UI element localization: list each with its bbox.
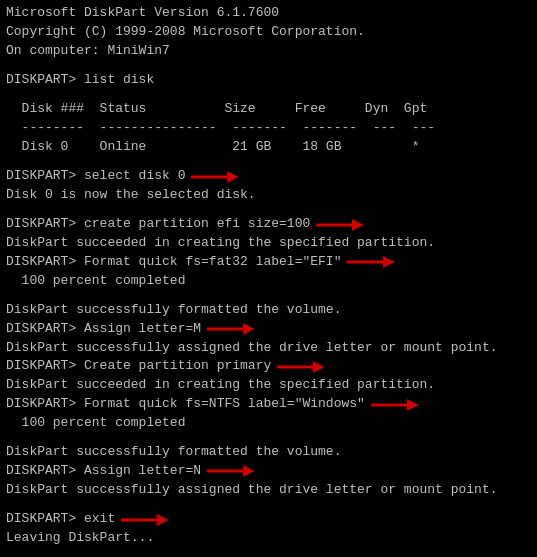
terminal-line: DiskPart successfully assigned the drive… <box>6 339 531 358</box>
terminal-line: Copyright (C) 1999-2008 Microsoft Corpor… <box>6 23 531 42</box>
terminal-line: On computer: MiniWin7 <box>6 42 531 61</box>
line-text: DiskPart successfully formatted the volu… <box>6 301 341 320</box>
line-text: DISKPART> Create partition primary <box>6 357 271 376</box>
line-text: Disk 0 is now the selected disk. <box>6 186 256 205</box>
svg-marker-9 <box>313 361 325 373</box>
arrow-icon <box>121 511 169 529</box>
svg-marker-13 <box>243 465 255 477</box>
line-text: DiskPart succeeded in creating the speci… <box>6 376 435 395</box>
line-text: DISKPART> list disk <box>6 71 154 90</box>
terminal-line: DISKPART> Assign letter=N <box>6 462 531 481</box>
terminal-line <box>6 61 531 71</box>
line-text: On computer: MiniWin7 <box>6 42 170 61</box>
line-text: DISKPART> exit <box>6 510 115 529</box>
terminal-line: Leaving DiskPart... <box>6 529 531 548</box>
terminal-line: DiskPart successfully formatted the volu… <box>6 301 531 320</box>
terminal-line: Disk 0 Online 21 GB 18 GB * <box>6 138 531 157</box>
line-text: DiskPart successfully formatted the volu… <box>6 443 341 462</box>
terminal-line: Disk 0 is now the selected disk. <box>6 186 531 205</box>
line-text: DISKPART> Format quick fs=NTFS label="Wi… <box>6 395 365 414</box>
terminal-line <box>6 433 531 443</box>
line-text: DiskPart successfully assigned the drive… <box>6 339 497 358</box>
line-text: DISKPART> select disk 0 <box>6 167 185 186</box>
line-text: 100 percent completed <box>6 414 185 433</box>
arrow-icon <box>207 320 255 338</box>
line-text: DISKPART> Assign letter=M <box>6 320 201 339</box>
arrow-icon <box>316 216 364 234</box>
terminal-line: Disk ### Status Size Free Dyn Gpt <box>6 100 531 119</box>
line-text: DISKPART> create partition efi size=100 <box>6 215 310 234</box>
line-text: -------- --------------- ------- -------… <box>6 119 435 138</box>
terminal-line: DISKPART> Assign letter=M <box>6 320 531 339</box>
terminal-line: DISKPART> create partition efi size=100 <box>6 215 531 234</box>
svg-marker-11 <box>407 399 419 411</box>
terminal-line: -------- --------------- ------- -------… <box>6 119 531 138</box>
terminal-line <box>6 500 531 510</box>
arrow-icon <box>207 462 255 480</box>
line-text: DISKPART> Assign letter=N <box>6 462 201 481</box>
terminal-line: DiskPart succeeded in creating the speci… <box>6 376 531 395</box>
line-text: 100 percent completed <box>6 272 185 291</box>
line-text: Leaving DiskPart... <box>6 529 154 548</box>
arrow-icon <box>371 396 419 414</box>
terminal-line: DISKPART> Format quick fs=fat32 label="E… <box>6 253 531 272</box>
line-text: DISKPART> Format quick fs=fat32 label="E… <box>6 253 341 272</box>
arrow-icon <box>191 168 239 186</box>
arrow-icon <box>277 358 325 376</box>
terminal-line: DISKPART> list disk <box>6 71 531 90</box>
svg-marker-7 <box>243 323 255 335</box>
terminal-line: DISKPART> Create partition primary <box>6 357 531 376</box>
terminal-line: DiskPart successfully assigned the drive… <box>6 481 531 500</box>
line-text: Copyright (C) 1999-2008 Microsoft Corpor… <box>6 23 365 42</box>
terminal-line <box>6 205 531 215</box>
line-text: Disk 0 Online 21 GB 18 GB * <box>6 138 419 157</box>
svg-marker-3 <box>352 219 364 231</box>
terminal-line <box>6 90 531 100</box>
terminal-line: DISKPART> Format quick fs=NTFS label="Wi… <box>6 395 531 414</box>
terminal-line <box>6 291 531 301</box>
line-text: Disk ### Status Size Free Dyn Gpt <box>6 100 427 119</box>
terminal-line: DISKPART> select disk 0 <box>6 167 531 186</box>
terminal-line: DISKPART> exit <box>6 510 531 529</box>
arrow-icon <box>347 253 395 271</box>
terminal-line: DiskPart successfully formatted the volu… <box>6 443 531 462</box>
terminal-line: 100 percent completed <box>6 272 531 291</box>
terminal-line: DiskPart succeeded in creating the speci… <box>6 234 531 253</box>
line-text: Microsoft DiskPart Version 6.1.7600 <box>6 4 279 23</box>
terminal-line: 100 percent completed <box>6 414 531 433</box>
terminal-content: Microsoft DiskPart Version 6.1.7600Copyr… <box>6 4 531 548</box>
line-text: DiskPart succeeded in creating the speci… <box>6 234 435 253</box>
svg-marker-1 <box>227 171 239 183</box>
svg-marker-15 <box>157 514 169 526</box>
svg-marker-5 <box>383 256 395 268</box>
terminal-window: Microsoft DiskPart Version 6.1.7600Copyr… <box>0 0 537 557</box>
terminal-line: Microsoft DiskPart Version 6.1.7600 <box>6 4 531 23</box>
terminal-line <box>6 157 531 167</box>
line-text: DiskPart successfully assigned the drive… <box>6 481 497 500</box>
